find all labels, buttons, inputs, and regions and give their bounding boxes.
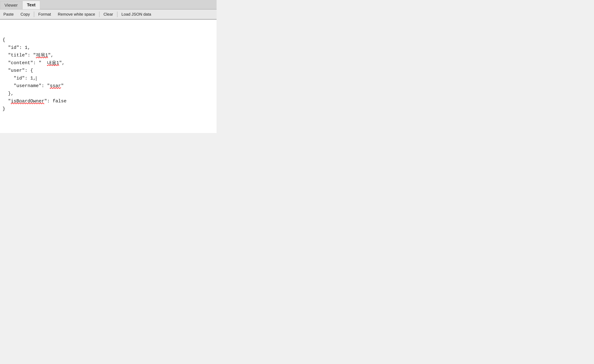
separator-3 [117,12,117,17]
code-content: { "id": 1, "title": "제목1", "content": " … [2,36,214,113]
tab-text[interactable]: Text [22,1,40,9]
separator-1 [34,12,34,17]
tab-bar: Viewer Text [0,0,216,9]
separator-2 [99,12,100,17]
format-button[interactable]: Format [35,11,54,18]
toolbar: Paste Copy Format Remove white space Cle… [0,9,216,20]
remove-whitespace-button[interactable]: Remove white space [54,11,99,18]
paste-button[interactable]: Paste [0,11,17,18]
spellcheck-username: ssar [50,83,61,88]
copy-button[interactable]: Copy [17,11,34,18]
tab-viewer[interactable]: Viewer [0,1,22,9]
load-json-button[interactable]: Load JSON data [118,11,155,18]
text-cursor [36,76,36,81]
clear-button[interactable]: Clear [100,11,116,18]
spellcheck-content: 내용1 [47,60,59,66]
app-container: Viewer Text Paste Copy Format Remove whi… [0,0,216,133]
spellcheck-title: 제목1 [36,53,48,58]
spellcheck-isboardowner: isBoardOwner [11,99,44,104]
editor-area[interactable]: { "id": 1, "title": "제목1", "content": " … [0,20,216,133]
